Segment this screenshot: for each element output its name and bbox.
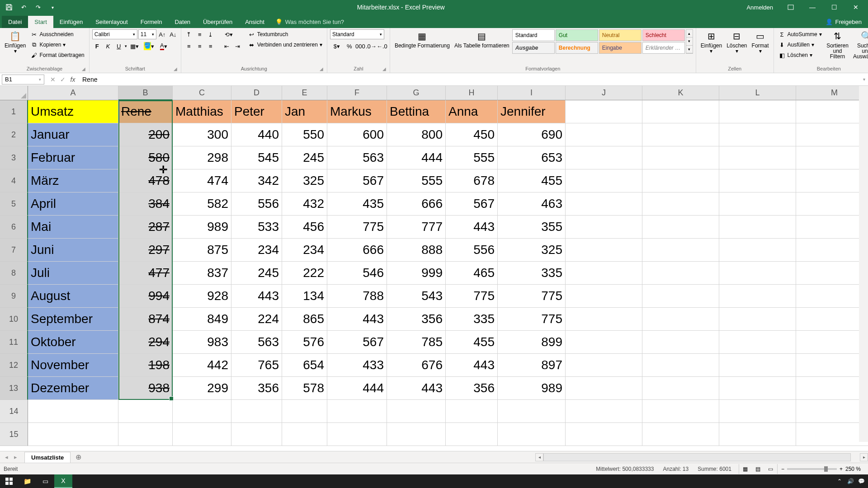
cell[interactable]: 576 xyxy=(282,331,327,354)
cell[interactable] xyxy=(796,146,868,169)
cell[interactable]: 582 xyxy=(173,192,231,216)
expand-formula-bar-icon[interactable]: ▾ xyxy=(860,77,868,82)
tab-insert[interactable]: Einfügen xyxy=(53,16,89,28)
cell[interactable] xyxy=(719,192,796,216)
indent-increase-button[interactable]: ⇥ xyxy=(233,41,243,51)
row-header[interactable]: 15 xyxy=(0,423,28,446)
indent-decrease-button[interactable]: ⇤ xyxy=(222,41,232,51)
cell[interactable]: 567 xyxy=(446,192,498,216)
tab-review[interactable]: Überprüfen xyxy=(197,16,239,28)
cell[interactable] xyxy=(566,216,642,239)
cell[interactable] xyxy=(796,239,868,262)
cell[interactable]: Anna xyxy=(446,100,498,123)
cell[interactable]: 435 xyxy=(327,192,387,216)
horizontal-scrollbar[interactable] xyxy=(543,453,851,461)
cell[interactable] xyxy=(796,354,868,377)
cell[interactable]: 600 xyxy=(327,123,387,146)
merge-center-button[interactable]: ⬌Verbinden und zentrieren ▾ xyxy=(246,40,324,50)
row-header[interactable]: 3 xyxy=(0,146,28,169)
zoom-level[interactable]: 250 % xyxy=(845,466,861,472)
cell[interactable]: 478 xyxy=(118,169,173,192)
currency-button[interactable]: $▾ xyxy=(330,41,344,51)
cell[interactable]: Umsatz xyxy=(28,100,118,123)
cell[interactable] xyxy=(28,423,118,446)
cell[interactable] xyxy=(566,146,642,169)
cell[interactable]: 234 xyxy=(231,239,282,262)
cell[interactable]: 567 xyxy=(327,331,387,354)
tab-data[interactable]: Daten xyxy=(168,16,197,28)
font-size-select[interactable]: 11▾ xyxy=(138,29,156,39)
cancel-formula-icon[interactable]: ✕ xyxy=(48,76,58,83)
cell[interactable]: Juli xyxy=(28,262,118,285)
cell[interactable]: März xyxy=(28,169,118,192)
cell[interactable] xyxy=(796,308,868,331)
view-page-layout-icon[interactable]: ▤ xyxy=(752,464,764,474)
style-ausgabe[interactable]: Ausgabe xyxy=(512,42,555,54)
cell[interactable]: 785 xyxy=(387,331,446,354)
cell[interactable] xyxy=(796,377,868,400)
cell[interactable]: 443 xyxy=(231,285,282,308)
cell[interactable] xyxy=(796,331,868,354)
cell[interactable]: 287 xyxy=(118,216,173,239)
cell[interactable] xyxy=(566,100,642,123)
cell[interactable] xyxy=(796,400,868,423)
select-all-corner[interactable] xyxy=(0,86,28,100)
cell[interactable]: Dezember xyxy=(28,377,118,400)
sheet-nav-last-icon[interactable]: ▸ xyxy=(12,454,19,460)
cell[interactable]: 788 xyxy=(327,285,387,308)
cell[interactable]: April xyxy=(28,192,118,216)
cell[interactable]: 775 xyxy=(498,285,566,308)
cell[interactable]: 849 xyxy=(173,308,231,331)
align-middle-button[interactable]: ≡ xyxy=(195,29,205,39)
style-eingabe[interactable]: Eingabe xyxy=(599,42,642,54)
clear-button[interactable]: ◧Löschen ▾ xyxy=(777,50,824,60)
cell[interactable]: 874 xyxy=(118,308,173,331)
column-header[interactable]: C xyxy=(173,86,231,100)
cell[interactable] xyxy=(642,239,719,262)
cell[interactable]: 450 xyxy=(446,123,498,146)
cell[interactable]: 775 xyxy=(498,308,566,331)
tab-formulas[interactable]: Formeln xyxy=(134,16,169,28)
cell[interactable]: 134 xyxy=(282,285,327,308)
cell[interactable]: 563 xyxy=(327,146,387,169)
cell[interactable] xyxy=(719,239,796,262)
cell[interactable]: 443 xyxy=(446,354,498,377)
cell[interactable] xyxy=(719,262,796,285)
hscroll-right-icon[interactable]: ▸ xyxy=(860,453,868,461)
cell[interactable] xyxy=(796,285,868,308)
column-header[interactable]: M xyxy=(796,86,868,100)
cell[interactable]: 897 xyxy=(498,354,566,377)
cell[interactable] xyxy=(231,400,282,423)
cell[interactable] xyxy=(719,216,796,239)
cell[interactable]: 465 xyxy=(446,262,498,285)
cell[interactable] xyxy=(566,239,642,262)
cell[interactable]: Januar xyxy=(28,123,118,146)
cell[interactable] xyxy=(387,423,446,446)
cell[interactable] xyxy=(566,123,642,146)
increase-decimal-button[interactable]: .0→ xyxy=(366,41,376,51)
column-header[interactable]: B xyxy=(118,86,173,100)
cell[interactable]: 325 xyxy=(282,169,327,192)
cell[interactable]: 442 xyxy=(173,354,231,377)
format-as-table-button[interactable]: ▤ Als Tabelle formatieren xyxy=(453,29,511,49)
tell-me-search[interactable]: 💡 Was möchten Sie tun? xyxy=(271,16,349,28)
wrap-text-button[interactable]: ↩Textumbruch xyxy=(246,29,324,39)
shrink-font-button[interactable]: A↓ xyxy=(168,29,178,39)
taskbar-excel-icon[interactable]: X xyxy=(54,474,72,488)
cell[interactable] xyxy=(566,262,642,285)
cell[interactable] xyxy=(642,285,719,308)
cell[interactable]: 765 xyxy=(231,354,282,377)
zoom-slider[interactable] xyxy=(787,468,837,470)
cell[interactable]: Jennifer xyxy=(498,100,566,123)
cell[interactable] xyxy=(719,308,796,331)
cell[interactable]: Peter xyxy=(231,100,282,123)
cell[interactable] xyxy=(796,100,868,123)
orientation-button[interactable]: ⟲▾ xyxy=(222,29,236,39)
cell[interactable]: 580 xyxy=(118,146,173,169)
cell[interactable]: Rene xyxy=(118,100,173,123)
cell[interactable] xyxy=(719,169,796,192)
cell[interactable]: 533 xyxy=(231,216,282,239)
cell[interactable] xyxy=(719,354,796,377)
cell[interactable] xyxy=(28,400,118,423)
cell[interactable]: 837 xyxy=(173,262,231,285)
